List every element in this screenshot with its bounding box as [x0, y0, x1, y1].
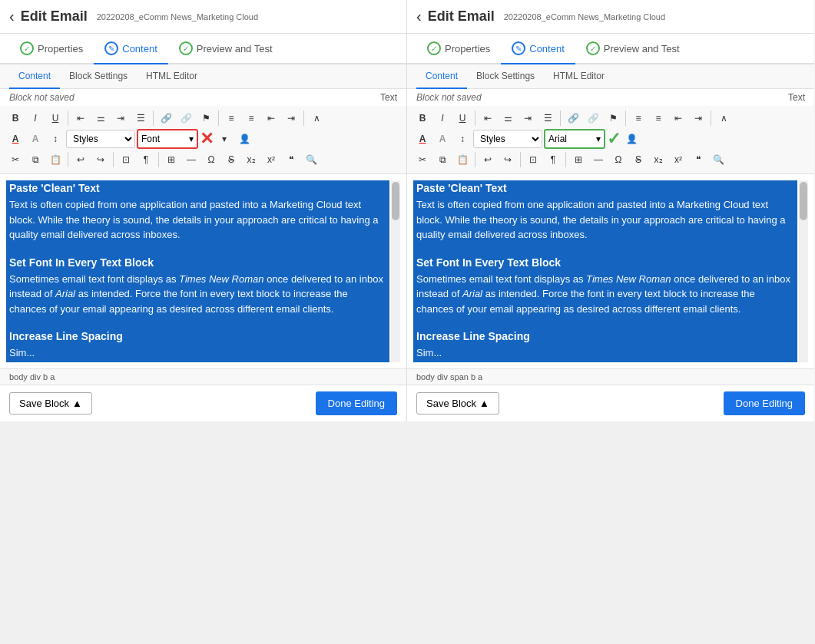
- right-font-color-btn[interactable]: A: [413, 130, 432, 148]
- right-outdent-btn[interactable]: ⇤: [669, 109, 687, 127]
- left-copy-btn[interactable]: ⧉: [26, 150, 45, 169]
- right-scrollbar[interactable]: [799, 180, 808, 362]
- right-quotes-btn[interactable]: ❝: [689, 150, 707, 169]
- right-content-area[interactable]: Paste 'Clean' Text Text is often copied …: [407, 174, 814, 368]
- left-back-arrow[interactable]: ‹: [9, 8, 15, 25]
- right-copy-btn[interactable]: ⧉: [433, 150, 452, 169]
- right-inner-tab-content[interactable]: Content: [416, 64, 467, 89]
- right-scrollbar-thumb[interactable]: [800, 182, 807, 220]
- left-strikethrough-btn[interactable]: S: [222, 150, 240, 169]
- left-special-char-btn[interactable]: Ω: [202, 150, 220, 169]
- left-scrollbar-thumb[interactable]: [392, 182, 399, 220]
- right-undo-btn[interactable]: ↩: [479, 150, 497, 169]
- right-underline-btn[interactable]: U: [453, 109, 472, 127]
- right-header-title: Edit Email: [428, 8, 495, 25]
- left-subscript-btn[interactable]: x₂: [242, 150, 260, 169]
- left-styles-dropdown[interactable]: Styles: [66, 130, 135, 148]
- right-show-invisible-btn[interactable]: ¶: [544, 150, 562, 169]
- left-outdent-btn[interactable]: ⇤: [262, 109, 280, 127]
- left-font-value: Font: [141, 134, 160, 144]
- right-unordered-list-btn[interactable]: ≡: [649, 109, 668, 127]
- right-inner-tab-block-settings[interactable]: Block Settings: [467, 64, 544, 89]
- left-paste-btn[interactable]: 📋: [46, 150, 65, 169]
- right-align-justify-btn[interactable]: ☰: [538, 109, 557, 127]
- left-font-dropdown[interactable]: Font ▾: [137, 129, 198, 149]
- right-tab-preview[interactable]: ✓ Preview and Test: [575, 34, 691, 64]
- left-unlink-btn[interactable]: 🔗: [177, 109, 195, 127]
- right-show-blocks-btn[interactable]: ⊡: [524, 150, 542, 169]
- right-line-height-btn[interactable]: ↕: [453, 130, 472, 148]
- right-redo-btn[interactable]: ↪: [499, 150, 517, 169]
- left-scrollbar[interactable]: [391, 180, 400, 362]
- left-align-left-btn[interactable]: ⇤: [71, 109, 90, 127]
- left-indent-btn[interactable]: ⇥: [282, 109, 300, 127]
- right-align-left-btn[interactable]: ⇤: [479, 109, 497, 127]
- right-back-arrow[interactable]: ‹: [416, 8, 422, 25]
- left-rule-btn[interactable]: —: [182, 150, 200, 169]
- right-ordered-list-btn[interactable]: ≡: [629, 109, 648, 127]
- right-special-char-btn[interactable]: Ω: [609, 150, 628, 169]
- right-para1: Text is often copied from one applicatio…: [413, 196, 797, 244]
- right-collapse-btn[interactable]: ∧: [714, 109, 733, 127]
- left-save-block-btn[interactable]: Save Block ▲: [9, 392, 92, 414]
- left-table-btn[interactable]: ⊞: [162, 150, 181, 169]
- left-superscript-btn[interactable]: x²: [262, 150, 280, 169]
- right-italic-btn[interactable]: I: [433, 109, 452, 127]
- right-unlink-btn[interactable]: 🔗: [584, 109, 602, 127]
- right-strikethrough-btn[interactable]: S: [629, 150, 648, 169]
- left-ordered-list-btn[interactable]: ≡: [222, 109, 240, 127]
- left-flag-btn[interactable]: ⚑: [197, 109, 215, 127]
- left-show-invisible-btn[interactable]: ¶: [137, 150, 155, 169]
- left-italic-btn[interactable]: I: [26, 109, 45, 127]
- left-bold-btn[interactable]: B: [6, 109, 25, 127]
- left-quotes-btn[interactable]: ❝: [282, 150, 300, 169]
- right-tab-properties[interactable]: ✓ Properties: [416, 34, 501, 64]
- right-rule-btn[interactable]: —: [589, 150, 608, 169]
- left-collapse-btn[interactable]: ∧: [307, 109, 326, 127]
- left-undo-btn[interactable]: ↩: [71, 150, 90, 169]
- left-cut-btn[interactable]: ✂: [6, 150, 25, 169]
- left-align-justify-btn[interactable]: ☰: [131, 109, 150, 127]
- right-paste-btn[interactable]: 📋: [453, 150, 472, 169]
- left-link-btn[interactable]: 🔗: [157, 109, 175, 127]
- left-inner-tab-content[interactable]: Content: [9, 64, 60, 89]
- left-content-area[interactable]: Paste 'Clean' Text Text is often copied …: [0, 174, 406, 368]
- right-cut-btn[interactable]: ✂: [413, 150, 432, 169]
- right-inner-tab-html-editor[interactable]: HTML Editor: [544, 64, 614, 89]
- left-done-editing-btn[interactable]: Done Editing: [316, 391, 397, 415]
- left-tab-properties[interactable]: ✓ Properties: [9, 34, 94, 64]
- right-align-right-btn[interactable]: ⇥: [518, 109, 537, 127]
- right-flag-btn[interactable]: ⚑: [604, 109, 622, 127]
- left-inner-tab-html-editor[interactable]: HTML Editor: [137, 64, 207, 89]
- left-tab-preview[interactable]: ✓ Preview and Test: [168, 34, 283, 64]
- left-unordered-list-btn[interactable]: ≡: [242, 109, 260, 127]
- right-superscript-btn[interactable]: x²: [669, 150, 687, 169]
- left-font-color-btn[interactable]: A: [6, 130, 25, 148]
- left-redo-btn[interactable]: ↪: [91, 150, 110, 169]
- right-font-dropdown[interactable]: Arial ▾: [544, 129, 605, 149]
- right-table-btn[interactable]: ⊞: [569, 150, 588, 169]
- left-dropdown-btn[interactable]: ▾: [215, 130, 234, 148]
- right-tab-content[interactable]: ✎ Content: [501, 34, 575, 64]
- right-align-center-btn[interactable]: ⚌: [499, 109, 517, 127]
- left-find-btn[interactable]: 🔍: [302, 150, 320, 169]
- right-bold-btn[interactable]: B: [413, 109, 432, 127]
- right-link-btn[interactable]: 🔗: [564, 109, 582, 127]
- left-align-right-btn[interactable]: ⇥: [111, 109, 130, 127]
- right-save-block-btn[interactable]: Save Block ▲: [416, 392, 499, 414]
- right-styles-dropdown[interactable]: Styles: [473, 130, 542, 148]
- right-subscript-btn[interactable]: x₂: [649, 150, 668, 169]
- left-underline-btn[interactable]: U: [46, 109, 65, 127]
- right-user-btn[interactable]: 👤: [622, 130, 641, 148]
- left-show-blocks-btn[interactable]: ⊡: [117, 150, 135, 169]
- right-highlight-btn[interactable]: A: [433, 130, 452, 148]
- left-highlight-btn[interactable]: A: [26, 130, 45, 148]
- left-tab-content[interactable]: ✎ Content: [94, 34, 168, 64]
- left-line-height-btn[interactable]: ↕: [46, 130, 65, 148]
- left-inner-tab-block-settings[interactable]: Block Settings: [60, 64, 137, 89]
- right-find-btn[interactable]: 🔍: [709, 150, 727, 169]
- right-done-editing-btn[interactable]: Done Editing: [724, 391, 805, 415]
- right-indent-btn[interactable]: ⇥: [689, 109, 707, 127]
- left-align-center-btn[interactable]: ⚌: [91, 109, 110, 127]
- left-user-btn[interactable]: 👤: [235, 130, 253, 148]
